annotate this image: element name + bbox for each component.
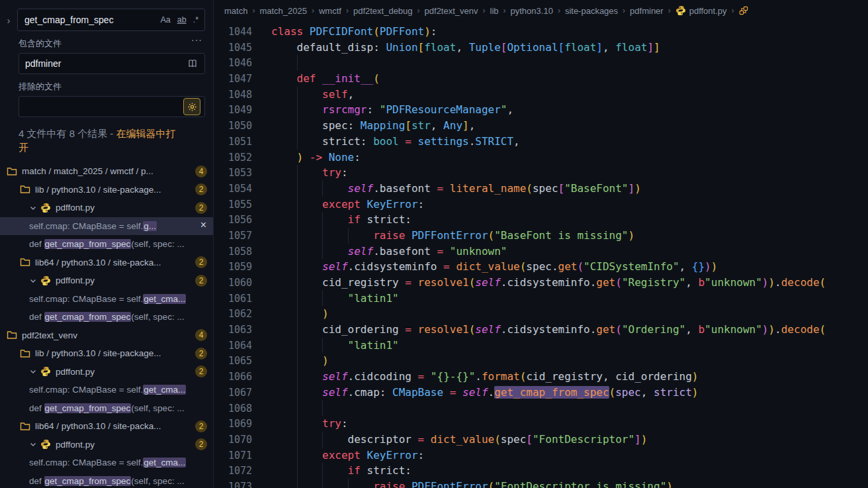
code-token	[399, 135, 406, 148]
dismiss-result-icon[interactable]: ×	[200, 219, 206, 231]
breadcrumb-file[interactable]: pdffont.py	[675, 5, 727, 16]
code-line[interactable]: 1054self.basefont = literal_name(spec["B…	[214, 181, 868, 197]
code-line[interactable]: 1047def __init__(	[214, 71, 868, 87]
use-exclude-settings-gear-icon[interactable]	[183, 98, 200, 115]
tree-row-folder[interactable]: lib64 / python3.10 / site-packa...2	[0, 417, 213, 436]
tree-row-folder[interactable]: match / match_2025 / wmctf / p...4	[0, 162, 213, 181]
whole-word-icon[interactable]: ab	[175, 15, 189, 25]
tree-row-match[interactable]: def get_cmap_from_spec(self, spec: ...	[0, 308, 213, 326]
code-token	[456, 386, 462, 399]
search-query[interactable]: get_cmap_from_spec	[24, 15, 155, 25]
code-line[interactable]: 1067self.cmap: CMapBase = self.get_cmap_…	[214, 385, 868, 401]
files-include-value[interactable]: pdfminer	[25, 58, 185, 69]
files-include-input[interactable]: pdfminer	[19, 53, 205, 74]
code-line[interactable]: 1068	[214, 401, 868, 416]
code-line[interactable]: 1044class PDFCIDFont(PDFFont):	[214, 24, 868, 40]
tree-row-match[interactable]: def get_cmap_from_spec(self, spec: ...	[0, 399, 213, 418]
code-line[interactable]: 1073raise PDFFontError("FontDescriptor i…	[214, 479, 868, 488]
code-token: self	[322, 370, 348, 383]
tree-row-match[interactable]: self.cmap: CMapBase = self.get_cma...	[0, 381, 213, 399]
code-line[interactable]: 1064"latin1"	[214, 338, 868, 354]
tree-row-file[interactable]: pdffont.py2	[0, 363, 213, 381]
code-area[interactable]: 1044class PDFCIDFont(PDFFont):1045defaul…	[214, 21, 868, 488]
code-line[interactable]: 1070descriptor = dict_value(spec["FontDe…	[214, 432, 868, 448]
breadcrumb-item[interactable]: match	[224, 6, 247, 16]
search-input[interactable]: get_cmap_from_spec Aa ab .*	[17, 9, 205, 31]
code-token: cid_registry	[526, 370, 603, 383]
code-token: PDFFont	[380, 25, 424, 38]
breadcrumb-item[interactable]: lib	[490, 6, 499, 16]
code-token: (	[373, 72, 380, 85]
chevron-down-icon[interactable]	[29, 204, 37, 212]
code-line[interactable]: 1071except KeyError:	[214, 448, 868, 464]
tree-row-file[interactable]: pdffont.py2	[0, 271, 213, 290]
code-line[interactable]: 1066self.cidcoding = "{}-{}".format(cid_…	[214, 369, 868, 385]
code-line[interactable]: 1063cid_ordering = resolve1(self.cidsyst…	[214, 322, 868, 338]
breadcrumb-item[interactable]: python3.10	[511, 6, 553, 16]
code-token: )	[768, 323, 775, 336]
code-line[interactable]: 1060cid_registry = resolve1(self.cidsyst…	[214, 275, 868, 291]
breadcrumb-item[interactable]: pdfminer	[630, 6, 664, 16]
code-line[interactable]: 1046	[214, 55, 868, 71]
code-token: ,	[348, 88, 355, 101]
tree-row-match[interactable]: def get_cmap_from_spec(self, spec: ...	[0, 235, 213, 254]
code-line[interactable]: 1058self.basefont = "unknown"	[214, 244, 868, 260]
tree-row-match[interactable]: self.cmap: CMapBase = self.g...×	[0, 217, 213, 236]
tree-row-folder[interactable]: pdf2text_venv4	[0, 326, 213, 345]
tree-row-file[interactable]: pdffont.py2	[0, 436, 213, 454]
indent-guide	[297, 353, 323, 369]
chevron-down-icon[interactable]	[29, 440, 37, 448]
code-line[interactable]: 1057raise PDFFontError("BaseFont is miss…	[214, 228, 868, 244]
breadcrumb-item[interactable]: match_2025	[259, 6, 307, 16]
line-number: 1047	[214, 72, 252, 87]
tree-row-label: lib64 / python3.10 / site-packa...	[35, 258, 161, 268]
code-token: "FontDescriptor"	[533, 433, 634, 446]
toggle-replace-chevron-icon[interactable]: ›	[0, 15, 17, 26]
code-line[interactable]: 1045default_disp: Union[float, Tuple[Opt…	[214, 40, 868, 56]
tree-row-match[interactable]: def get_cmap_from_spec(self, spec: ...	[0, 472, 213, 488]
code-line[interactable]: 1049rsrcmgr: "PDFResourceManager",	[214, 102, 868, 118]
code-line[interactable]: 1056if strict:	[214, 212, 868, 228]
search-open-editors-icon[interactable]	[185, 56, 200, 72]
code-line[interactable]: 1062)	[214, 306, 868, 322]
code-line[interactable]: 1069try:	[214, 416, 868, 432]
code-line[interactable]: 1065)	[214, 353, 868, 369]
code-line[interactable]: 1050spec: Mapping[str, Any],	[214, 118, 868, 134]
code-line[interactable]: 1053try:	[214, 165, 868, 181]
code-token: .	[373, 182, 380, 195]
breadcrumb-item[interactable]: site-packages	[565, 6, 618, 16]
code-line[interactable]: 1051strict: bool = settings.STRICT,	[214, 134, 868, 150]
match-highlight: get_cma...	[143, 294, 186, 304]
code-line[interactable]: 1061"latin1"	[214, 291, 868, 307]
tree-row-folder[interactable]: lib64 / python3.10 / site-packa...2	[0, 254, 213, 272]
tree-row-file[interactable]: pdffont.py2	[0, 199, 213, 217]
code-line[interactable]: 1048self,	[214, 87, 868, 103]
tree-row-match[interactable]: self.cmap: CMapBase = self.get_cma...	[0, 454, 213, 472]
code-token: ]	[654, 41, 660, 54]
tree-row-folder[interactable]: lib / python3.10 / site-package...2	[0, 344, 213, 363]
tree-row-folder[interactable]: lib / python3.10 / site-package...2	[0, 181, 213, 199]
python-icon	[675, 5, 686, 16]
tree-row-match[interactable]: self.cmap: CMapBase = self.get_cma...	[0, 290, 213, 309]
code-token: Union	[386, 41, 417, 54]
code-token	[412, 323, 418, 336]
code-token: if	[348, 213, 361, 226]
toggle-search-details-icon[interactable]: ···	[191, 34, 202, 45]
files-exclude-input[interactable]	[19, 96, 205, 117]
chevron-down-icon[interactable]	[29, 277, 37, 285]
code-token: resolve1	[418, 276, 469, 289]
class-symbol-icon[interactable]	[739, 6, 748, 15]
code-line[interactable]: 1052) -> None:	[214, 150, 868, 166]
code-line[interactable]: 1055except KeyError:	[214, 197, 868, 213]
chevron-down-icon[interactable]	[29, 367, 37, 375]
breadcrumb-item[interactable]: wmctf	[319, 6, 341, 16]
code-line[interactable]: 1059self.cidsysteminfo = dict_value(spec…	[214, 259, 868, 275]
code-line[interactable]: 1072if strict:	[214, 463, 868, 479]
match-case-icon[interactable]: Aa	[158, 15, 172, 25]
code-token: cidcoding	[354, 370, 412, 383]
breadcrumb-item[interactable]: pdf2text_debug	[353, 6, 413, 16]
regex-icon[interactable]: .*	[191, 15, 200, 25]
code-token: .	[552, 260, 558, 273]
code-token: )	[322, 354, 329, 367]
breadcrumb-item[interactable]: pdf2text_venv	[425, 6, 478, 16]
